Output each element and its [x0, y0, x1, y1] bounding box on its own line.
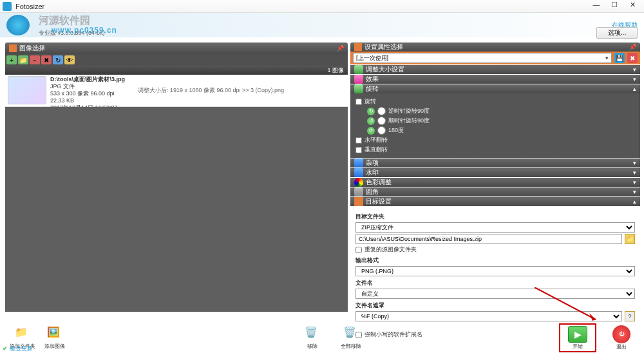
watermark-section[interactable]: 水印▾ — [350, 168, 640, 177]
save-preset-icon[interactable]: 💾 — [614, 53, 625, 63]
rotate-checkbox[interactable] — [355, 99, 362, 105]
image-count: 1 图像 — [5, 66, 348, 75]
overwrite-checkbox[interactable] — [355, 247, 362, 253]
pin-icon[interactable]: 📌 — [337, 45, 344, 52]
corner-label: 圆角 — [366, 187, 379, 196]
target-section[interactable]: 目标设置▴ — [350, 197, 640, 206]
add-icon[interactable]: + — [6, 55, 17, 64]
resize-section[interactable]: 调整大小设置▾ — [350, 65, 640, 74]
filename-dropdown[interactable]: 自定义 — [355, 289, 635, 299]
browse-folder-icon[interactable]: 📁 — [625, 234, 635, 244]
flipv-checkbox[interactable] — [355, 147, 362, 153]
rotate-ccw-icon: ↺ — [367, 117, 375, 125]
start-button[interactable]: ▶ 开始 — [562, 326, 594, 350]
window-title: Fotosizer — [15, 3, 587, 10]
corner-section[interactable]: 圆角▾ — [350, 187, 640, 196]
mask-help-icon[interactable]: ? — [625, 311, 635, 321]
target-path-input[interactable] — [355, 234, 622, 244]
rotate-180-label: 180度 — [388, 126, 404, 135]
target-label: 目标设置 — [366, 197, 392, 206]
overwrite-label: 重复的源图像文件夹 — [365, 245, 417, 254]
rotate-label: 旋转 — [366, 84, 379, 93]
status-bar[interactable]: ✔ 检查更新 — [0, 344, 35, 353]
app-icon — [3, 2, 12, 11]
target-folder-label: 目标文件夹 — [355, 213, 635, 221]
format-dropdown[interactable]: PNG (.PNG) — [355, 266, 635, 276]
image-plus-icon: 🖼️ — [47, 326, 62, 341]
power-icon: ⏻ — [612, 325, 630, 343]
logo-icon — [6, 15, 30, 35]
left-toolbar: + 📁 − ✖ ↻ 👁 — [5, 54, 348, 66]
filename-label: 文件名 — [355, 279, 635, 287]
rotate-90ccw-radio[interactable] — [377, 117, 386, 125]
color-label: 色彩调整 — [366, 178, 392, 187]
preset-dropdown[interactable]: [上一次使用] — [353, 53, 612, 63]
minimize-button[interactable]: — — [587, 1, 605, 12]
remove-all-button[interactable]: 🗑️ 全部移除 — [335, 326, 367, 350]
start-highlight-box: ▶ 开始 — [559, 323, 596, 352]
start-label: 开始 — [573, 343, 583, 350]
check-icon: ✔ — [3, 345, 8, 352]
format-label: 输出格式 — [355, 256, 635, 265]
effects-label: 效果 — [366, 75, 379, 84]
pin-icon[interactable]: 📌 — [629, 44, 636, 50]
remove-label: 移除 — [307, 343, 317, 350]
exit-button[interactable]: ⏻ 退出 — [605, 325, 638, 350]
options-button[interactable]: 选项... — [596, 27, 638, 39]
mask-dropdown[interactable]: %F (Copy) — [355, 311, 622, 321]
effects-section[interactable]: 效果▾ — [350, 75, 640, 84]
rotate-chk-label: 旋转 — [365, 97, 376, 106]
thumbnail — [8, 76, 46, 104]
clear-icon[interactable]: ✖ — [41, 55, 52, 64]
target-type-dropdown[interactable]: ZIP压缩文件 — [355, 222, 635, 233]
rotate-90cw-radio[interactable] — [377, 107, 386, 115]
remove-icon: 🗑️ — [305, 326, 320, 341]
watermark-label: 水印 — [366, 168, 379, 177]
settings-header: 设置属性选择 📌 — [350, 43, 640, 52]
fliph-checkbox[interactable] — [355, 137, 362, 144]
settings-title: 设置属性选择 — [365, 43, 403, 52]
image-select-header: 图像选择 📌 — [5, 43, 348, 54]
misc-section[interactable]: 杂项▾ — [350, 158, 640, 167]
rotate-cw-icon: ↻ — [367, 108, 375, 115]
image-list-empty — [5, 107, 348, 312]
misc-label: 杂项 — [366, 158, 379, 167]
remove-button[interactable]: 🗑️ 移除 — [296, 326, 328, 350]
color-section[interactable]: 色彩调整▾ — [350, 178, 640, 187]
image-path: D:\tools\桌面\图片素材\3.jpg — [50, 76, 125, 83]
exit-label: 退出 — [616, 343, 627, 350]
remove-icon[interactable]: − — [30, 55, 40, 64]
add-folder-icon[interactable]: 📁 — [18, 55, 28, 64]
image-size: 22.33 KB — [50, 97, 125, 104]
rotate-90ccw-label: 顺时针旋转90度 — [388, 117, 430, 125]
remove-all-icon: 🗑️ — [343, 326, 359, 341]
resize-info: 调整大小后: 1919 x 1080 像素 96.00 dpi >> 3 (Co… — [138, 86, 284, 95]
maximize-button[interactable]: ☐ — [605, 1, 623, 12]
remove-all-label: 全部移除 — [341, 343, 361, 350]
rotate-180-radio[interactable] — [377, 126, 386, 135]
preview-icon[interactable]: 👁 — [64, 55, 75, 64]
watermark-url: www.pc0359.cn — [52, 26, 117, 35]
rotate-section[interactable]: 旋转▴ — [350, 84, 640, 93]
close-button[interactable]: ✕ — [623, 1, 641, 12]
resize-label: 调整大小设置 — [366, 65, 404, 74]
rotate-180-icon: ⟳ — [367, 127, 375, 135]
refresh-icon[interactable]: ↻ — [53, 55, 63, 64]
add-images-button[interactable]: 🖼️ 添加图像 — [39, 326, 71, 350]
status-text: 检查更新 — [10, 345, 33, 353]
image-select-title: 图像选择 — [19, 44, 45, 53]
image-dims: 533 x 300 像素 96.00 dpi — [50, 90, 125, 97]
flipv-label: 垂直翻转 — [365, 146, 388, 154]
folder-plus-icon: 📁 — [15, 326, 30, 341]
delete-preset-icon[interactable]: ✖ — [627, 53, 638, 63]
mask-label: 文件名遮罩 — [355, 301, 635, 310]
add-images-label: 添加图像 — [44, 343, 65, 350]
rotate-90cw-label: 逆时针旋转90度 — [388, 107, 430, 115]
image-list-item[interactable]: D:\tools\桌面\图片素材\3.jpg JPG 文件 533 x 300 … — [5, 75, 348, 107]
image-type: JPG 文件 — [50, 83, 125, 90]
fliph-label: 水平翻转 — [365, 136, 388, 144]
play-icon: ▶ — [568, 326, 587, 343]
